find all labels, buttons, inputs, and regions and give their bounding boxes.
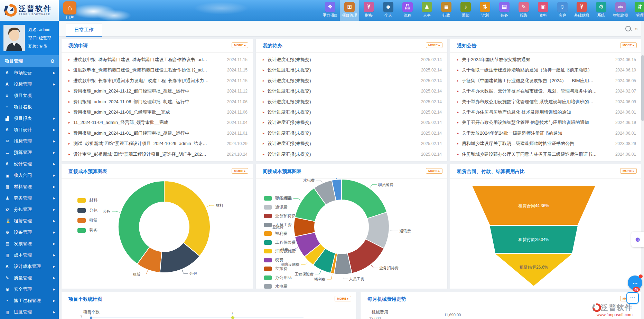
more-button[interactable]: MORE ▸ [426, 168, 442, 174]
more-button[interactable]: MORE ▸ [232, 168, 248, 174]
sidebar-item-劳务管理[interactable]: ♟劳务管理▶ [0, 192, 59, 204]
sidebar-item-项目看板[interactable]: ≡项目看板 [0, 101, 59, 113]
todo-item[interactable]: ▸设计进度汇报(未提交)2025.02.14 [256, 86, 447, 96]
nav-item-基础信息[interactable]: ¥基础信息 [572, 0, 591, 21]
sidebar-item-设计管理[interactable]: A设计管理▶ [0, 158, 59, 170]
todo-item[interactable]: ▸设计进度汇报(未提交)2025.02.14 [256, 107, 447, 117]
gear-icon[interactable]: ⚙ [50, 55, 55, 67]
sidebar-item-安全管理[interactable]: ◉安全管理▶ [0, 283, 59, 295]
nav-item-项目管理[interactable]: ⊞项目管理 [340, 0, 359, 21]
scrollbar-thumb[interactable] [641, 55, 644, 121]
more-button[interactable]: MORE ▸ [426, 42, 442, 48]
notice-item[interactable]: ▸关于举办市政公用设施数字化管理信息 系统建设与应用培训班的通知2024.06.… [450, 97, 642, 107]
request-item[interactable]: ▸费用报销_admin_2024-11-01_部门经理审批_胡建,_运行中202… [62, 128, 253, 138]
todo-item[interactable]: ▸设计进度汇报(未提交)2025.02.14 [256, 149, 447, 160]
sidebar-item-收入合同[interactable]: ▣收入合同▶ [0, 170, 59, 181]
nav-item-人事[interactable]: ♟人事 [417, 0, 437, 21]
nav-item-个人[interactable]: ☻个人 [379, 0, 398, 21]
scrollbar-track[interactable] [641, 21, 644, 319]
sidebar-item-label: 安全管理 [14, 286, 32, 292]
notice-item[interactable]: ▸关于举办住房与房地产信息化 技术及应用培训班的通知2024.06.01 [450, 107, 642, 117]
nav-item-系统[interactable]: ⚙系统 [591, 0, 611, 21]
nav-item-财务[interactable]: ¥财务 [359, 0, 379, 21]
request-item[interactable]: ▸费用报销_admin_2024-11-06_部门经理审批_胡建,_运行中202… [62, 97, 253, 107]
sidebar-item-发票管理[interactable]: ▤发票管理▶ [0, 238, 59, 249]
nav-item-甲方项目[interactable]: ❖甲方项目 [320, 0, 340, 21]
notice-item[interactable]: ▸于征集《中国建筑施工行业信息化发展报告（2024） —BIM应用与发展》材料.… [450, 76, 642, 86]
nav-item-通知[interactable]: ♪通知 [456, 0, 475, 21]
todo-item[interactable]: ▸设计进度汇报(未提交)2025.02.14 [256, 55, 447, 65]
bullet-icon: ▸ [263, 128, 264, 138]
nav-item-任务[interactable]: ▤任务 [495, 0, 514, 21]
request-item[interactable]: ▸费用报销_admin_2024-11-06_总经理审批__完成2024.11.… [62, 107, 253, 117]
sidebar-item-项目设计[interactable]: A项目设计▶ [0, 124, 59, 135]
nav-item-智能建模[interactable]: </>智能建模 [611, 0, 630, 21]
chevron-right-icon: ▶ [53, 265, 55, 268]
notification-dot [639, 274, 643, 278]
lease-icon: ⌛ [6, 219, 14, 223]
notice-item[interactable]: ▸关于领取一级注册建造师增项贴的通知（须持一建证书前来领取）2024.06.10 [450, 65, 642, 75]
sidebar-item-招标管理[interactable]: ✉招标管理▶ [0, 135, 59, 147]
more-button[interactable]: MORE ▸ [620, 42, 637, 48]
sidebar-item-市场经营[interactable]: A市场经营▶ [0, 67, 59, 78]
request-item[interactable]: ▸费用报销_admin_2024-11-12_部门经理审批_胡建,_运行中202… [62, 86, 253, 96]
todo-item[interactable]: ▸设计进度汇报(未提交)2025.02.14 [256, 138, 447, 149]
pie-callout-label: 人员工资 [349, 277, 364, 281]
project-kanban-icon: ≡ [6, 105, 14, 109]
nav-item-流程[interactable]: 品流程 [398, 0, 417, 21]
sidebar-item-设计成本管理[interactable]: A设计成本管理▶ [0, 261, 59, 272]
list-item-date: 2024.06.15 [615, 55, 636, 65]
pie-callout-line [142, 270, 148, 274]
todo-item[interactable]: ▸设计进度汇报(未提交)2025.02.14 [256, 117, 447, 128]
more-button[interactable]: MORE ▸ [620, 168, 637, 174]
sidebar-item-设备管理[interactable]: ⚙设备管理▶ [0, 226, 59, 238]
sidebar-item-材料管理[interactable]: ▦材料管理▶ [0, 181, 59, 192]
nav-item-行政[interactable]: ≣行政 [437, 0, 456, 21]
funnel-stage-租赁结算[interactable] [495, 254, 572, 286]
request-item[interactable]: ▸进度款申报_珠海鹤港口建设_珠海鹤港口建设工程合作协议书_admin_...2… [62, 55, 253, 65]
todo-item[interactable]: ▸设计进度汇报(未提交)2025.02.14 [256, 76, 447, 86]
customer-service-widget[interactable]: ☻ [631, 232, 644, 247]
sidebar-item-项目报表[interactable]: ▟项目报表▶ [0, 113, 59, 124]
message-widget[interactable]: … [626, 292, 639, 304]
sidebar-item-分包管理[interactable]: x²分包管理▶ [0, 204, 59, 215]
sidebar-item-投标管理[interactable]: A投标管理▶ [0, 78, 59, 90]
list-item-date: 2024.06.05 [615, 76, 636, 86]
pie-slice-材料[interactable] [164, 181, 210, 256]
expand-tabs-icon[interactable]: » [635, 26, 638, 31]
notice-item[interactable]: ▸房和城乡建设厅关于取消二级建造师临时执业证书的公告2023.08.29 [450, 138, 642, 149]
sidebar-item-施工过程管理[interactable]: ◔施工过程管理▶ [0, 295, 59, 306]
todo-item[interactable]: ▸设计进度汇报(未提交)2025.02.14 [256, 65, 447, 75]
todo-item[interactable]: ▸设计进度汇报(未提交)2025.02.14 [256, 97, 447, 107]
nav-item-报告[interactable]: ✎报告 [514, 0, 533, 21]
sidebar-item-质量管理[interactable]: ✎质量管理▶ [0, 272, 59, 283]
more-arrow-icon: ▸ [244, 169, 246, 173]
sidebar-item-成本管理[interactable]: ▥成本管理▶ [0, 249, 59, 261]
request-item[interactable]: ▸11_2024-11-04_admin_经营部_领导审批__完成2024.11… [62, 117, 253, 128]
more-button[interactable]: MORE ▸ [335, 296, 351, 301]
list-item-text: 设计进度汇报(未提交) [268, 55, 311, 65]
request-item[interactable]: ▸进度款申报_珠海鹤港口建设_珠海鹤港口建设工程合作协议书_admin_...2… [62, 65, 253, 75]
sidebar-item-租赁管理[interactable]: ⌛租赁管理▶ [0, 215, 59, 226]
notice-item[interactable]: ▸关于举办大数据、云计算技术在城市建设、规划、管理与服务中的应用培训班...20… [450, 86, 642, 96]
portal-button[interactable]: ⌂ 门户 [62, 1, 78, 20]
notice-item[interactable]: ▸关于召开市政公用设施智慧化管理 信息技术与应用培训班的通知2024.06.19 [450, 117, 642, 128]
nav-item-计划[interactable]: ⇅计划 [475, 0, 495, 21]
request-item[interactable]: ▸设计审查_彭祖新城"四馆"景观工程设计项目_请选择_胡广生_2024-10-2… [62, 149, 253, 160]
todo-item[interactable]: ▸设计进度汇报(未提交)2025.02.14 [256, 128, 447, 138]
nav-item-管理[interactable]: ⇵管理 [630, 0, 644, 21]
request-item[interactable]: ▸进度款申报_长春市伊通河水力发电厂改建工程_长春市伊通河水力发电...2024… [62, 76, 253, 86]
tab-daily-work[interactable]: 日常工作 [66, 23, 102, 37]
sidebar-item-进度管理[interactable]: ▥进度管理▶ [0, 306, 59, 318]
key-icon[interactable] [625, 26, 631, 31]
notice-item[interactable]: ▸住房和城乡建设部办公厅关于同意吉林省开展二级建造师注册证书电子化试点...20… [450, 149, 642, 160]
nav-item-资料[interactable]: ▣资料 [533, 0, 553, 21]
sidebar-item-预算管理[interactable]: ▭预算管理▶ [0, 147, 59, 158]
notice-item[interactable]: ▸关于2024年国庆节放假安排的通知2024.06.15 [450, 55, 642, 65]
sidebar-item-证件管理[interactable]: ▯证件管理▶ [0, 318, 59, 319]
more-button[interactable]: MORE ▸ [232, 42, 248, 48]
notice-item[interactable]: ▸关于发放2024年第24批一级建造师注册证书的通知2024.06.01 [450, 128, 642, 138]
sidebar-item-项目立项[interactable]: ≡项目立项 [0, 90, 59, 101]
nav-item-客户[interactable]: ☺客户 [553, 0, 572, 21]
request-item[interactable]: ▸测试_彭祖新城"四馆"景观工程设计项目_2024-10-29_admin_结束… [62, 138, 253, 149]
